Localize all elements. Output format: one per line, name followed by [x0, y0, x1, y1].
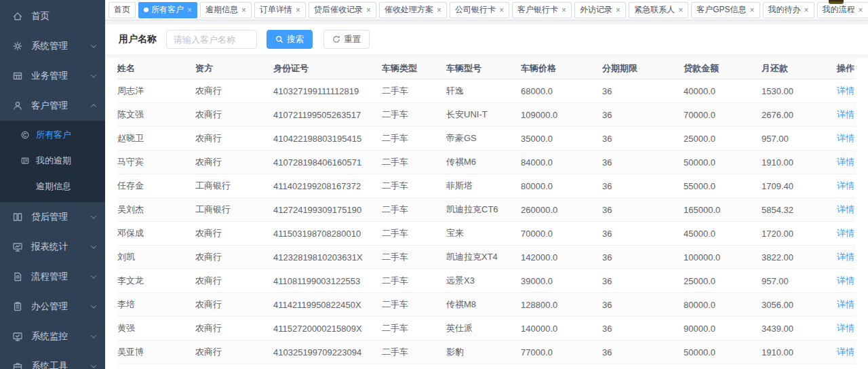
table-cell: 二手车	[382, 251, 446, 263]
table-cell: 2676.00	[762, 110, 836, 120]
search-button[interactable]: 搜索	[267, 30, 313, 49]
actions-cell: 详情	[836, 180, 856, 192]
table-cell: 36	[602, 157, 684, 168]
table-cell: 77000.0	[521, 347, 602, 357]
actions-cell: 详情	[836, 275, 856, 287]
actions-cell: 详情	[836, 203, 856, 216]
detail-link[interactable]: 详情	[837, 157, 854, 167]
sidebar-item-system-monitor[interactable]: 系统监控	[0, 322, 105, 351]
tab-customer-gps-info[interactable]: 客户GPS信息×	[691, 2, 760, 18]
sidebar-item-home[interactable]: 首页	[0, 1, 105, 31]
close-icon[interactable]: ×	[561, 6, 566, 14]
sidebar-item-all-customers[interactable]: 所有客户	[0, 122, 105, 148]
tab-my-process[interactable]: 我的流程×	[817, 2, 868, 18]
detail-link[interactable]: 详情	[837, 275, 854, 286]
tab-overdue-info[interactable]: 逾期信息×	[200, 2, 252, 18]
tab-order-detail[interactable]: 订单详情×	[254, 2, 306, 18]
table-cell: 411081199003122553	[273, 276, 382, 286]
table-cell: 40000.0	[684, 86, 762, 96]
table-cell: 吴亚博	[117, 346, 195, 358]
detail-link[interactable]: 详情	[837, 347, 854, 357]
close-icon[interactable]: ×	[437, 6, 441, 14]
sidebar-item-system-mgmt[interactable]: 系统管理	[0, 31, 105, 61]
customer-name-input[interactable]	[166, 30, 257, 49]
tab-my-todo[interactable]: 我的待办×	[763, 2, 814, 18]
detail-link[interactable]: 详情	[837, 85, 854, 96]
cropped-avatar-fragment	[829, 0, 844, 4]
sidebar-item-label: 系统工具	[31, 360, 68, 369]
sidebar-item-overdue-info[interactable]: 逾期信息	[0, 174, 105, 199]
tab-company-bank-card[interactable]: 公司银行卡×	[450, 2, 509, 18]
tab-customer-bank-card[interactable]: 客户银行卡×	[512, 2, 572, 18]
tab-home[interactable]: 首页	[108, 2, 136, 18]
reset-button[interactable]: 重置	[323, 30, 370, 49]
tab-label: 逾期信息	[205, 4, 238, 16]
sidebar-item-customer-mgmt[interactable]: 客户管理	[0, 91, 105, 121]
table-cell: 农商行	[195, 109, 273, 121]
sidebar-item-process-mgmt[interactable]: 流程管理	[0, 262, 105, 292]
table-cell: 吴刘杰	[117, 203, 195, 216]
sidebar-item-report-stats[interactable]: 报表统计	[0, 232, 105, 262]
table-cell: 410728198406160571	[273, 157, 382, 168]
close-icon[interactable]: ×	[296, 6, 300, 14]
detail-link[interactable]: 详情	[837, 299, 854, 309]
detail-link[interactable]: 详情	[837, 133, 854, 143]
detail-link[interactable]: 详情	[837, 109, 854, 119]
sidebar-item-label: 系统监控	[31, 330, 68, 343]
tabs-bar: 首页所有客户×逾期信息×订单详情×贷后催收记录×催收处理方案×公司银行卡×客户银…	[105, 0, 868, 20]
column-header: 车辆价格	[521, 62, 602, 75]
tab-all-customers[interactable]: 所有客户×	[138, 2, 197, 18]
table-cell: 84000.0	[521, 157, 602, 168]
table-cell: 109000.0	[521, 110, 602, 120]
sidebar-item-business-mgmt[interactable]: 业务管理	[0, 61, 105, 91]
monitor-icon	[12, 331, 23, 342]
table-cell: 宝来	[446, 227, 521, 239]
sidebar-item-my-overdue[interactable]: 我的逾期	[0, 148, 105, 174]
tab-collection-plan[interactable]: 催收处理方案×	[379, 2, 447, 18]
detail-link[interactable]: 详情	[837, 180, 854, 191]
sidebar-item-post-loan-mgmt[interactable]: 贷后管理	[0, 202, 105, 232]
tab-post-loan-collection-records[interactable]: 贷后催收记录×	[309, 2, 376, 18]
table-row: 刘凯农商行41232819810203631X二手车凯迪拉克XT4142000.…	[117, 246, 856, 269]
table-cell: 凯迪拉克XT4	[446, 251, 521, 263]
detail-link[interactable]: 详情	[837, 228, 854, 238]
sidebar-item-office-mgmt[interactable]: 办公管理	[0, 292, 105, 322]
close-icon[interactable]: ×	[187, 6, 192, 14]
table-row: 任存金工商银行411402199208167372二手车菲斯塔80000.036…	[117, 174, 856, 198]
table-header: 姓名资方身份证号车辆类型车辆型号车辆价格分期期限贷款金额月还款操作	[117, 58, 856, 79]
table-row: 邓保成农商行411503198708280010二手车宝来70000.03645…	[117, 222, 856, 246]
close-icon[interactable]: ×	[499, 6, 504, 14]
table-cell: 二手车	[382, 346, 446, 358]
gear-icon	[12, 41, 23, 52]
close-icon[interactable]: ×	[241, 6, 246, 14]
close-icon[interactable]: ×	[859, 6, 863, 14]
table-cell: 55000.0	[684, 181, 762, 191]
tab-visit-records[interactable]: 外访记录×	[574, 2, 626, 18]
tab-label: 订单详情	[260, 4, 292, 16]
close-icon[interactable]: ×	[749, 6, 754, 14]
close-icon[interactable]: ×	[366, 6, 371, 14]
detail-link[interactable]: 详情	[837, 323, 854, 333]
sidebar-item-system-tools[interactable]: 系统工具	[0, 351, 105, 369]
app-root: 首页系统管理业务管理客户管理所有客户我的逾期逾期信息贷后管理报表统计流程管理办公…	[0, 0, 868, 369]
table-cell: 39000.0	[521, 276, 602, 286]
sidebar-item-label: 逾期信息	[36, 180, 71, 193]
actions-cell: 详情	[836, 109, 856, 121]
sidebar-menu: 首页系统管理业务管理客户管理所有客户我的逾期逾期信息贷后管理报表统计流程管理办公…	[0, 0, 105, 369]
table-cell: 5854.32	[762, 205, 836, 215]
close-icon[interactable]: ×	[678, 6, 683, 14]
table-cell: 3439.00	[762, 324, 836, 334]
detail-link[interactable]: 详情	[837, 252, 854, 262]
detail-link[interactable]: 详情	[837, 204, 854, 214]
close-icon[interactable]: ×	[804, 6, 809, 14]
close-icon[interactable]: ×	[616, 6, 620, 14]
search-button-label: 搜索	[287, 34, 304, 45]
blank-icon	[20, 182, 30, 191]
column-header: 贷款金额	[684, 62, 762, 75]
sidebar-item-label: 首页	[31, 10, 50, 22]
tab-emergency-contacts[interactable]: 紧急联系人×	[629, 2, 688, 18]
customers-table: 姓名资方身份证号车辆类型车辆型号车辆价格分期期限贷款金额月还款操作 周志洋农商行…	[105, 58, 868, 369]
table-cell: 马守宾	[117, 156, 195, 168]
table-cell: 3822.00	[762, 252, 836, 263]
column-header: 操作	[836, 62, 856, 75]
